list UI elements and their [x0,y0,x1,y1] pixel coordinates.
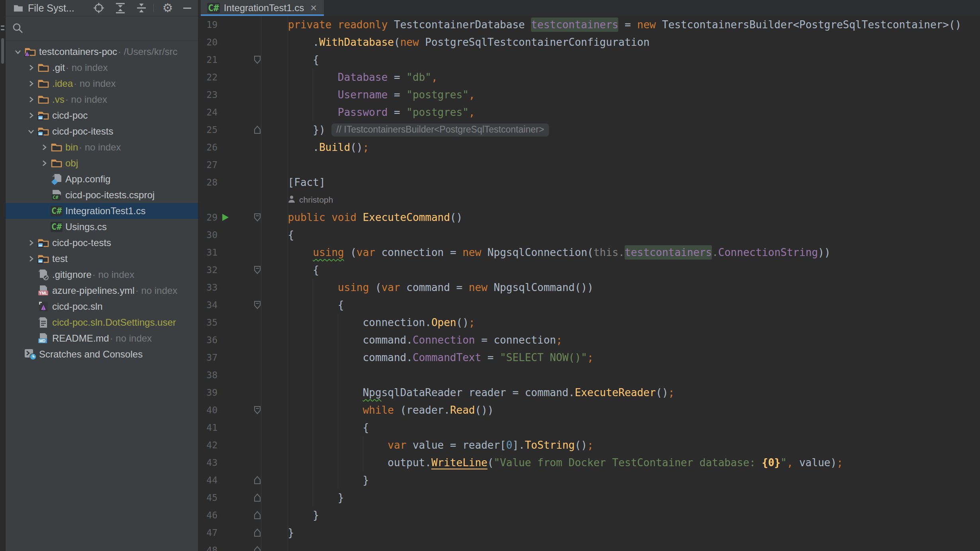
tree-item-bin[interactable]: bin · no index [6,139,198,155]
chevron-right-icon[interactable] [25,62,37,73]
tree-item-cicd-poc-tests[interactable]: cicd-poc-tests [6,235,198,251]
line-number[interactable]: 21 [198,51,218,68]
code-line-25[interactable]: 25 }) // ITestcontainersBuilder<PostgreS… [198,121,980,139]
run-test-icon[interactable] [221,213,229,224]
line-number[interactable]: 42 [198,436,218,454]
code-line-31[interactable]: 31 using (var connection = new NpgsqlCon… [198,244,980,261]
line-number[interactable]: 26 [198,139,218,156]
line-number[interactable]: 41 [198,419,218,436]
code-line-41[interactable]: 41 { [198,419,980,436]
code-line-43[interactable]: 43 output.WriteLine("Value from Docker T… [198,454,980,471]
tree-item-cicd-poc-sln[interactable]: cicd-poc.sln [6,299,198,315]
code-editor[interactable]: 19 private readonly TestcontainerDatabas… [198,16,980,551]
chevron-right-icon[interactable] [25,78,37,89]
line-number[interactable]: 45 [198,489,218,506]
line-number[interactable]: 33 [198,279,218,296]
chevron-down-icon[interactable] [25,126,37,137]
fold-up-icon[interactable] [253,475,261,487]
tree-item-test[interactable]: test [6,251,198,267]
tab-integrationtest1[interactable]: C# IntegrationTest1.cs × [201,0,324,16]
tree-item-testcontainers-poc[interactable]: testcontainers-poc · /Users/kr/src [6,44,198,60]
code-line-30[interactable]: 30 { [198,226,980,244]
author-inlay[interactable]: christoph [288,191,333,209]
tree-item-scratches-and-consoles[interactable]: Scratches and Consoles [6,346,198,362]
line-number[interactable]: 22 [198,68,218,86]
code-line-35[interactable]: 35 connection.Open(); [198,314,980,331]
line-number[interactable]: 44 [198,471,218,489]
line-number[interactable]: 19 [198,16,218,33]
line-number[interactable]: 43 [198,454,218,471]
fold-up-icon[interactable] [253,510,261,522]
tree-item-cicd-poc-sln-dotsettings-user[interactable]: cicd-poc.sln.DotSettings.user [6,315,198,330]
line-number[interactable]: 35 [198,314,218,331]
line-number[interactable]: 36 [198,331,218,349]
code-line-34[interactable]: 34 { [198,296,980,314]
code-line-47[interactable]: 47 } [198,524,980,541]
code-line-19[interactable]: 19 private readonly TestcontainerDatabas… [198,16,980,33]
close-icon[interactable]: × [310,3,317,14]
code-line-26[interactable]: 26 .Build(); [198,139,980,156]
code-line-48[interactable]: 48 [198,541,980,551]
code-line-21[interactable]: 21 { [198,51,980,68]
code-line-37[interactable]: 37 command.CommandText = "SELECT NOW()"; [198,349,980,366]
code-line-28[interactable]: 28 [Fact] [198,174,980,191]
line-number[interactable]: 46 [198,506,218,524]
expand-all-icon[interactable] [114,2,127,14]
tree-item-azure-pipelines-yml[interactable]: YMLazure-pipelines.yml · no index [6,283,198,299]
line-number[interactable]: 29 [198,209,218,226]
tree-item-readme-md[interactable]: MDREADME.md · no index [6,330,198,346]
line-number[interactable]: 38 [198,366,218,384]
line-number[interactable]: 25 [198,121,218,139]
code-line-45[interactable]: 45 } [198,489,980,506]
line-number[interactable]: 37 [198,349,218,366]
code-line-23[interactable]: 23 Username = "postgres", [198,86,980,104]
chevron-right-icon[interactable] [25,237,37,248]
line-number[interactable]: 47 [198,524,218,541]
chevron-right-icon[interactable] [25,253,37,264]
tree-item-integrationtest1-cs[interactable]: C#IntegrationTest1.cs [6,203,198,219]
line-number[interactable]: 40 [198,401,218,419]
fold-down-minus-icon[interactable] [253,405,261,416]
line-number[interactable]: 28 [198,174,218,191]
tree-item-cicd-poc-itests-csproj[interactable]: C#cicd-poc-itests.csproj [6,187,198,203]
code-line-27[interactable]: 27 [198,156,980,174]
code-line-36[interactable]: 36 command.Connection = connection; [198,331,980,349]
code-line-20[interactable]: 20 .WithDatabase(new PostgreSqlTestconta… [198,33,980,51]
fold-up-icon[interactable] [253,545,261,551]
fold-down-icon[interactable] [253,55,261,66]
tree-item--gitignore[interactable]: .gitignore · no index [6,267,198,283]
fold-down-minus-icon[interactable] [253,213,261,224]
locate-icon[interactable] [92,2,105,14]
code-line-33[interactable]: 33 using (var command = new NpgsqlComman… [198,279,980,296]
line-number[interactable]: 24 [198,104,218,121]
tree-item-cicd-poc-itests[interactable]: cicd-poc-itests [6,123,198,139]
code-line-32[interactable]: 32 { [198,261,980,279]
tree-item--idea[interactable]: .idea · no index [6,76,198,92]
code-line-44[interactable]: 44 } [198,471,980,489]
collapse-all-icon[interactable] [135,2,148,14]
line-number[interactable]: 39 [198,384,218,401]
line-number[interactable]: 32 [198,261,218,279]
tree-item--git[interactable]: .git · no index [6,60,198,76]
code-line-22[interactable]: 22 Database = "db", [198,68,980,86]
search-bar[interactable] [6,16,198,41]
line-number[interactable]: 31 [198,244,218,261]
tree-item--vs[interactable]: .vs · no index [6,92,198,107]
fold-up-icon[interactable] [253,493,261,504]
line-number[interactable]: 23 [198,86,218,104]
tree-item-obj[interactable]: obj [6,155,198,171]
gear-icon[interactable]: ⚙ [161,2,174,14]
tree-item-usings-cs[interactable]: C#Usings.cs [6,219,198,235]
fold-up-icon[interactable] [253,125,261,136]
line-number[interactable]: 27 [198,156,218,174]
code-line-40[interactable]: 40 while (reader.Read()) [198,401,980,419]
chevron-right-icon[interactable] [39,158,50,169]
chevron-down-icon[interactable] [12,46,24,57]
minimize-icon[interactable] [181,2,194,14]
fold-up-icon[interactable] [253,528,261,539]
tree-item-app-config[interactable]: App.config [6,171,198,187]
tree-item-cicd-poc[interactable]: cicd-poc [6,107,198,123]
code-line-24[interactable]: 24 Password = "postgres", [198,104,980,121]
code-line-29[interactable]: 29 public void ExecuteCommand() [198,209,980,226]
code-line-38[interactable]: 38 [198,366,980,384]
